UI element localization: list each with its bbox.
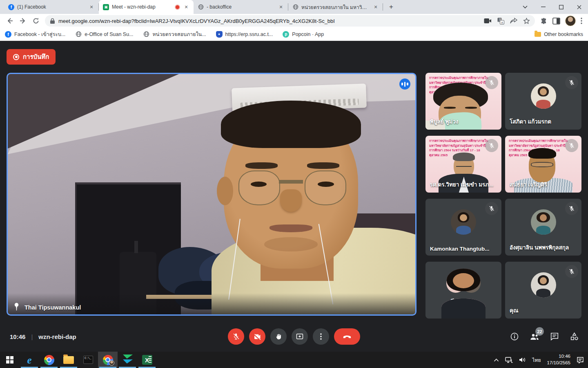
start-button[interactable]: [0, 352, 20, 368]
recording-badge: การบันทึก: [7, 49, 56, 65]
close-window-button[interactable]: [570, 0, 588, 14]
volume-icon[interactable]: [519, 357, 526, 363]
participant-name: สนธยา เจริญศิริ: [510, 180, 577, 189]
taskbar-excel[interactable]: X: [137, 352, 157, 368]
participant-tile[interactable]: การตรวจประเมินคุณภาพการศึกษาภายใน มหาวิท…: [425, 73, 501, 130]
other-bookmarks-label: Other bookmarks: [544, 31, 583, 37]
taskbar-clock[interactable]: 10:46 17/10/2565: [547, 353, 570, 366]
folder-icon: [63, 356, 74, 364]
mic-off-icon: [565, 265, 578, 278]
svg-text:A: A: [501, 20, 503, 24]
tab-audit-unit[interactable]: หน่วยตรวจสอบภายใน มหาวิทยาลัยราช ✕: [288, 0, 383, 14]
meeting-details-button[interactable]: [510, 332, 519, 341]
participant-tile[interactable]: อังศุมาลิน นพพรพิกุลสกุล: [505, 199, 581, 256]
raise-hand-button[interactable]: [270, 328, 287, 345]
mic-off-icon: [485, 202, 498, 215]
tab-search-chevron-icon[interactable]: [516, 0, 534, 14]
meeting-panel-buttons: 22: [510, 332, 579, 341]
tray-date: 17/10/2565: [547, 360, 570, 366]
participant-name: รศ.ดร.วิทยา เมฆขำ มรภ...: [430, 180, 497, 189]
camera-allowed-icon[interactable]: [484, 18, 492, 24]
main-video-name-bar: Thai Tipsuwannakul: [8, 293, 415, 314]
bookmarks-bar: f Facebook - เข้าสู่ระบ... e-Office of S…: [0, 28, 588, 41]
tab-backoffice[interactable]: - backoffice ✕: [194, 0, 288, 14]
bookmark-audit-unit[interactable]: หน่วยตรวจสอบภายใน...: [143, 30, 206, 38]
participants-button[interactable]: 22: [530, 332, 539, 341]
activities-button[interactable]: [570, 332, 579, 341]
omnibox-icons: 文A: [484, 18, 530, 25]
windows-logo-icon: [6, 356, 13, 364]
tab-close-icon[interactable]: ✕: [183, 4, 189, 10]
forward-button[interactable]: [17, 15, 29, 27]
mic-off-icon: [565, 202, 578, 215]
participant-tile[interactable]: การตรวจประเมินคุณภาพการศึกษาภายใน มหาวิท…: [425, 136, 501, 193]
tab-close-icon[interactable]: ✕: [88, 4, 95, 10]
minimize-button[interactable]: [534, 0, 552, 14]
browser-profile-avatar[interactable]: [565, 16, 576, 26]
participant-tile[interactable]: การตรวจประเมินคุณภาพการศึกษาภายใน มหาวิท…: [505, 136, 581, 193]
taskbar-internet-explorer[interactable]: e: [20, 352, 39, 368]
call-controls: [228, 328, 360, 345]
new-tab-button[interactable]: +: [385, 1, 397, 13]
facebook-icon: f: [5, 31, 11, 38]
participant-name: Kamonkan Thangtub...: [430, 246, 497, 252]
back-button[interactable]: [4, 15, 16, 27]
taskbar-chrome-active[interactable]: [98, 352, 118, 368]
globe-icon: [75, 31, 82, 38]
share-icon[interactable]: [510, 18, 517, 24]
bookmark-eoffice[interactable]: e-Office of Suan Su...: [75, 31, 133, 38]
maximize-button[interactable]: [552, 0, 570, 14]
browser-menu-icon[interactable]: [581, 18, 582, 24]
participant-name: อังศุมาลิน นพพรพิกุลสกุล: [510, 243, 577, 252]
profile-avatar: [109, 360, 114, 366]
more-options-button[interactable]: [313, 328, 329, 345]
other-bookmarks-button[interactable]: Other bookmarks: [535, 31, 583, 37]
tab-close-icon[interactable]: ✕: [372, 4, 379, 10]
reload-button[interactable]: [30, 15, 42, 27]
tray-expand-chevron-icon[interactable]: [494, 358, 499, 362]
end-call-button[interactable]: [334, 328, 360, 345]
main-video-tile[interactable]: Thai Tipsuwannakul: [7, 73, 416, 316]
chrome-icon: [44, 355, 54, 365]
url-bar[interactable]: meet.google.com/wzn-rebi-dap?fbclid=IwAR…: [45, 15, 535, 27]
excel-icon: X: [142, 355, 152, 365]
meet-page: การบันทึก: [0, 41, 588, 352]
more-participants-tile[interactable]: อีก 14 คน: [425, 262, 501, 319]
taskbar-s-app[interactable]: [118, 352, 137, 368]
self-tile[interactable]: คุณ: [505, 262, 581, 319]
participant-tile[interactable]: โสภิดา แก้วมรกต: [505, 73, 581, 130]
bookmark-erp[interactable]: ✦ https://erp.ssru.ac.t...: [216, 31, 273, 38]
taskbar-file-explorer[interactable]: [59, 352, 78, 368]
participant-name: โสภิดา แก้วมรกต: [510, 117, 577, 126]
extensions-icon[interactable]: [540, 17, 548, 25]
translate-icon[interactable]: 文A: [497, 18, 504, 25]
mic-off-icon: [565, 139, 578, 152]
main-participant-name: Thai Tipsuwannakul: [24, 304, 81, 311]
side-panel-icon[interactable]: [552, 17, 560, 25]
audio-speaking-indicator-icon: [399, 79, 410, 90]
tab-close-icon[interactable]: ✕: [278, 4, 284, 10]
s-app-icon: [122, 355, 132, 365]
bookmark-popcoin[interactable]: p Popcoin · App: [283, 31, 324, 38]
tab-facebook[interactable]: f (1) Facebook ✕: [4, 0, 99, 14]
participant-tile[interactable]: Kamonkan Thangtub...: [425, 199, 501, 256]
bookmark-label: Facebook - เข้าสู่ระบ...: [14, 30, 65, 38]
chat-button[interactable]: [550, 332, 559, 341]
meeting-info: 10:46 | wzn-rebi-dap: [10, 333, 76, 340]
network-icon[interactable]: [505, 357, 513, 363]
taskbar-command-prompt[interactable]: C:\_: [78, 352, 98, 368]
participant-grid: การตรวจประเมินคุณภาพการศึกษาภายใน มหาวิท…: [425, 73, 581, 319]
browser-tab-strip: f (1) Facebook ✕ ▣ Meet - wzn-rebi-dap ✕…: [0, 0, 588, 14]
action-center-icon[interactable]: [577, 357, 584, 364]
bookmark-facebook[interactable]: f Facebook - เข้าสู่ระบ...: [5, 30, 65, 38]
meet-control-bar: 10:46 | wzn-rebi-dap: [0, 321, 588, 352]
camera-toggle-button[interactable]: [249, 328, 265, 345]
present-screen-button[interactable]: [292, 328, 308, 345]
tab-recording-icon: [175, 4, 180, 10]
tab-meet[interactable]: ▣ Meet - wzn-rebi-dap ✕: [99, 0, 194, 14]
mic-toggle-button[interactable]: [228, 328, 244, 345]
bookmark-star-icon[interactable]: [523, 18, 530, 25]
taskbar-chrome[interactable]: [39, 352, 59, 368]
language-indicator[interactable]: ไทย: [532, 356, 541, 364]
avatar: [531, 209, 556, 235]
